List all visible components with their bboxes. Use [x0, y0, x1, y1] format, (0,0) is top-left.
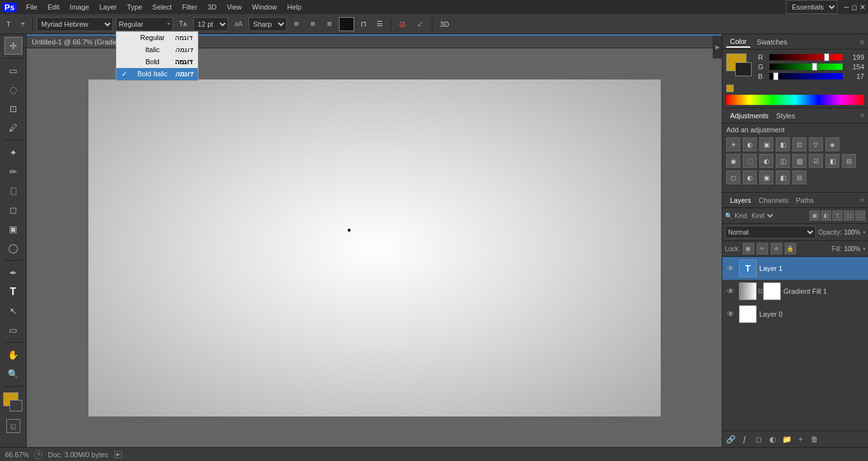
- gradient-layer-visibility-toggle[interactable]: 👁: [725, 286, 736, 297]
- menu-3d[interactable]: 3D: [203, 2, 221, 12]
- background-color[interactable]: [10, 400, 22, 411]
- r-slider-thumb[interactable]: [824, 53, 829, 61]
- adj-desaturate-icon[interactable]: ◧: [776, 170, 790, 184]
- b-slider-thumb[interactable]: [773, 72, 778, 80]
- color-panel-menu-button[interactable]: ≡: [860, 38, 864, 46]
- adj-vibrance-icon[interactable]: ⊡: [792, 137, 806, 151]
- pen-tool[interactable]: ✒: [4, 264, 22, 282]
- color-spectrum[interactable]: [726, 95, 864, 105]
- antialias-select[interactable]: Sharp None Crisp Strong Smooth: [249, 17, 287, 31]
- layer-row-1[interactable]: 👁 T Layer 1: [722, 257, 868, 280]
- layers-panel-menu[interactable]: ≡: [860, 196, 864, 203]
- menu-select[interactable]: Select: [148, 2, 177, 12]
- crop-tool[interactable]: ⊡: [4, 100, 22, 118]
- menu-help[interactable]: Help: [282, 2, 306, 12]
- adj-threshold-icon[interactable]: ◧: [825, 154, 839, 168]
- delete-layer-button[interactable]: 🗑: [809, 434, 820, 445]
- brush-tool[interactable]: ✏: [4, 163, 22, 181]
- adj-bw-icon[interactable]: ◉: [726, 154, 740, 168]
- adj-colorlookup-icon[interactable]: ◫: [776, 154, 790, 168]
- menu-type[interactable]: Type: [123, 2, 147, 12]
- essentials-select[interactable]: Essentials: [786, 0, 837, 14]
- font-size-toggle-button[interactable]: Tᴀ: [176, 17, 191, 32]
- filter-pixel-icon[interactable]: ▣: [809, 210, 820, 221]
- font-option-italic[interactable]: Italic דוגמה: [116, 44, 198, 56]
- 3d-button[interactable]: 3D: [436, 17, 453, 32]
- align-left-button[interactable]: ≡: [289, 17, 303, 31]
- menu-image[interactable]: Image: [65, 2, 94, 12]
- channels-tab[interactable]: Channels: [755, 195, 792, 205]
- hand-tool[interactable]: ✋: [4, 346, 22, 364]
- link-layers-button[interactable]: 🔗: [725, 434, 736, 445]
- align-right-button[interactable]: ≡: [322, 17, 336, 31]
- adj-gradient-icon[interactable]: ⊟: [842, 154, 856, 168]
- font-size-select[interactable]: 12 pt: [193, 17, 228, 31]
- adjustments-tab[interactable]: Adjustments: [726, 111, 773, 121]
- layers-tab[interactable]: Layers: [726, 195, 755, 205]
- clone-stamp-tool[interactable]: ⎕: [4, 182, 22, 200]
- minimize-button[interactable]: ─: [844, 3, 849, 11]
- lock-all-icon[interactable]: 🔒: [785, 243, 796, 254]
- cancel-edit-button[interactable]: ⊘: [395, 17, 410, 32]
- adjustments-panel-menu[interactable]: ≡: [860, 112, 864, 119]
- lock-pixels-icon[interactable]: ▣: [743, 243, 754, 254]
- adj-exposure-icon[interactable]: ◧: [776, 137, 790, 151]
- styles-tab[interactable]: Styles: [773, 111, 799, 121]
- close-button[interactable]: ✕: [860, 3, 865, 11]
- filter-adjustment-icon[interactable]: ◐: [821, 210, 831, 221]
- eyedropper-tool[interactable]: 🖊: [4, 119, 22, 137]
- canvas-rotation-indicator[interactable]: ↺: [34, 450, 43, 459]
- adj-hue-icon[interactable]: ▽: [809, 137, 823, 151]
- menu-edit[interactable]: Edit: [43, 2, 64, 12]
- font-style-button[interactable]: Regular ▾: [116, 17, 173, 31]
- adj-levels-icon[interactable]: ◐: [743, 137, 757, 151]
- adj-hdr-icon[interactable]: ▣: [759, 170, 773, 184]
- text-vertical-button[interactable]: ᴛ: [17, 17, 29, 32]
- layers-kind-select[interactable]: Kind: [749, 210, 775, 221]
- layer-row-0[interactable]: 👁 Layer 0: [722, 303, 868, 326]
- color-tab[interactable]: Color: [726, 36, 750, 48]
- g-slider-thumb[interactable]: [812, 63, 817, 71]
- align-center-button[interactable]: ≡: [306, 17, 320, 31]
- paths-tab[interactable]: Paths: [792, 195, 818, 205]
- text-color-swatch[interactable]: [339, 17, 354, 31]
- character-panel-button[interactable]: ☰: [373, 17, 387, 32]
- menu-file[interactable]: File: [22, 2, 42, 12]
- adj-match-icon[interactable]: ⊟: [792, 170, 806, 184]
- blend-mode-select[interactable]: Normal: [725, 226, 816, 238]
- new-layer-button[interactable]: +: [795, 434, 806, 445]
- commit-edit-button[interactable]: ✓: [413, 17, 428, 32]
- new-adjustment-button[interactable]: ◐: [767, 434, 778, 445]
- new-group-button[interactable]: 📁: [781, 434, 792, 445]
- filter-type-icon[interactable]: T: [832, 210, 843, 221]
- background-color-swatch[interactable]: [735, 62, 752, 76]
- font-option-bold[interactable]: Bold דוגמה: [116, 56, 198, 68]
- swatches-tab[interactable]: Swatches: [753, 37, 791, 47]
- menu-layer[interactable]: Layer: [95, 2, 121, 12]
- add-style-button[interactable]: ƒ: [739, 434, 750, 445]
- lock-image-icon[interactable]: ✏: [757, 243, 768, 254]
- font-family-select[interactable]: Myriad Hebrew: [37, 17, 113, 31]
- text-tool[interactable]: T: [4, 283, 22, 301]
- add-mask-button[interactable]: ◻: [753, 434, 764, 445]
- warp-text-button[interactable]: ⊓: [357, 17, 370, 32]
- move-tool[interactable]: ✛: [4, 37, 22, 55]
- shape-tool[interactable]: ▭: [4, 321, 22, 339]
- font-option-bold-italic[interactable]: ✓ Bold Italic דוגמה: [116, 68, 198, 80]
- adj-posterize-icon[interactable]: ☑: [809, 154, 823, 168]
- g-slider[interactable]: [769, 64, 843, 70]
- r-slider[interactable]: [769, 54, 843, 60]
- eraser-tool[interactable]: ◻: [4, 201, 22, 219]
- menu-filter[interactable]: Filter: [177, 2, 202, 12]
- adj-brightness-icon[interactable]: ☀: [726, 137, 740, 151]
- layer-1-visibility-toggle[interactable]: 👁: [725, 263, 736, 274]
- dodge-tool[interactable]: ◯: [4, 239, 22, 257]
- adj-shadows-icon[interactable]: ◐: [743, 170, 757, 184]
- restore-button[interactable]: ◻: [851, 3, 857, 11]
- quick-mask-button[interactable]: ◱: [6, 419, 20, 433]
- zoom-tool[interactable]: 🔍: [4, 365, 22, 383]
- menu-view[interactable]: View: [223, 2, 247, 12]
- adj-curves-icon[interactable]: ▣: [759, 137, 773, 151]
- layer-0-visibility-toggle[interactable]: 👁: [725, 308, 736, 320]
- selection-tool[interactable]: ▭: [4, 62, 22, 79]
